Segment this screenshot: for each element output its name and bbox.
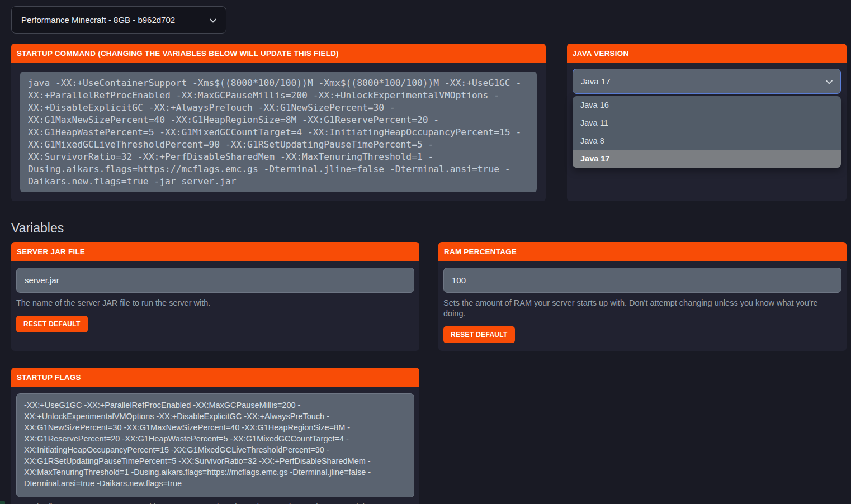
server-jar-file-description: The name of the server JAR file to run t… [16,298,210,308]
java-version-selected-value: Java 17 [581,77,611,86]
ram-percentage-header-label: RAM PERCENTAGE [444,248,517,256]
server-selector-value: Performance Minecraft - 8GB - b962d702 [21,15,175,25]
startup-flags-textarea[interactable]: -XX:+UseG1GC -XX:+ParallelRefProcEnabled… [16,393,414,497]
ram-percentage-reset-default-button[interactable]: RESET DEFAULT [443,326,515,343]
dropdown-option-java-17-selected[interactable]: Java 17 [573,150,841,168]
startup-command-header-label: STARTUP COMMAND (CHANGING THE VARIABLES … [17,49,339,58]
server-jar-file-input[interactable] [16,268,414,293]
cut-off-element-bottom-left [0,501,5,504]
java-version-header-label: JAVA VERSION [573,49,628,58]
startup-command-panel: STARTUP COMMAND (CHANGING THE VARIABLES … [11,44,546,201]
option-label: Java 8 [580,136,604,145]
startup-command-header: STARTUP COMMAND (CHANGING THE VARIABLES … [11,44,546,63]
startup-flags-description: Sets the flags your servers start up wit… [16,502,414,504]
server-selector-dropdown[interactable]: Performance Minecraft - 8GB - b962d702 [11,6,226,34]
server-jar-reset-default-button[interactable]: RESET DEFAULT [16,316,88,332]
option-label: Java 11 [580,118,608,127]
ram-percentage-body: Sets the amount of RAM your server start… [438,261,847,351]
ram-percentage-description: Sets the amount of RAM your server start… [443,298,841,319]
java-version-panel: JAVA VERSION Java 17 Java 16 Java 11 Jav… [567,44,847,201]
ram-percentage-header: RAM PERCENTAGE [438,242,847,261]
startup-settings-page: Performance Minecraft - 8GB - b962d702 S… [11,6,847,504]
dropdown-option-java-11[interactable]: Java 11 [573,114,841,132]
dropdown-option-java-16[interactable]: Java 16 [573,96,841,114]
startup-command-body: java -XX:+UseContainerSupport -Xms$((800… [11,63,546,201]
startup-flags-header-label: STARTUP FLAGS [17,373,81,382]
top-row: STARTUP COMMAND (CHANGING THE VARIABLES … [11,44,847,201]
chevron-down-icon [826,77,833,86]
variables-row: SERVER JAR FILE The name of the server J… [11,242,847,351]
startup-command-textarea[interactable]: java -XX:+UseContainerSupport -Xms$((800… [20,72,537,192]
java-version-select[interactable]: Java 17 [573,69,841,94]
startup-flags-header: STARTUP FLAGS [11,368,419,387]
server-jar-file-body: The name of the server JAR file to run t… [11,261,419,351]
java-version-header: JAVA VERSION [567,44,847,63]
dropdown-option-java-8[interactable]: Java 8 [573,132,841,150]
ram-percentage-panel: RAM PERCENTAGE Sets the amount of RAM yo… [438,242,847,351]
server-jar-file-header: SERVER JAR FILE [11,242,419,261]
java-version-dropdown-list: Java 16 Java 11 Java 8 Java 17 [573,96,841,168]
startup-flags-panel: STARTUP FLAGS -XX:+UseG1GC -XX:+Parallel… [11,368,419,504]
server-jar-file-header-label: SERVER JAR FILE [17,248,85,256]
variables-heading: Variables [11,221,847,236]
ram-percentage-input[interactable] [443,268,841,293]
startup-flags-row: STARTUP FLAGS -XX:+UseG1GC -XX:+Parallel… [11,368,847,504]
option-label: Java 17 [580,154,609,163]
chevron-down-icon [210,15,216,25]
server-jar-file-panel: SERVER JAR FILE The name of the server J… [11,242,419,351]
option-label: Java 16 [580,101,609,110]
